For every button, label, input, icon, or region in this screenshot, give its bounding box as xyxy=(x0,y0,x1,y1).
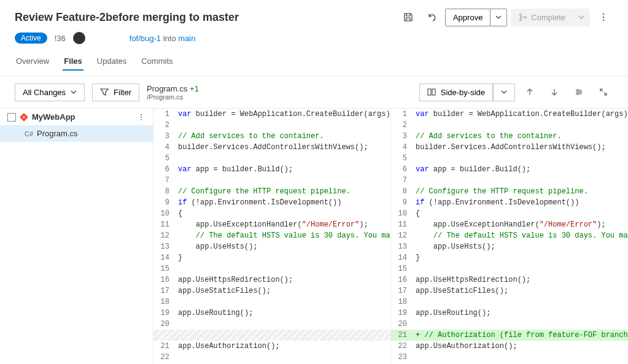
approve-button[interactable]: Approve xyxy=(445,9,490,26)
code-line[interactable]: 13 app.UseHsts(); xyxy=(153,241,390,252)
line-number: 5 xyxy=(391,153,413,164)
settings-button[interactable] xyxy=(569,82,589,102)
complete-dropdown[interactable] xyxy=(573,9,590,26)
code-line[interactable]: 2 xyxy=(391,120,628,131)
view-mode-dropdown[interactable] xyxy=(493,83,515,101)
repo-root[interactable]: MyWebApp xyxy=(0,109,153,125)
code-line[interactable]: 11 app.UseExceptionHandler("/Home/Error"… xyxy=(153,219,390,230)
complete-button[interactable]: Complete xyxy=(511,9,573,26)
tab-updates[interactable]: Updates xyxy=(96,53,128,71)
tab-overview[interactable]: Overview xyxy=(15,53,50,71)
code-line[interactable]: 8// Configure the HTTP request pipeline. xyxy=(153,186,390,197)
more-actions-button[interactable] xyxy=(594,7,613,27)
line-content: builder.Services.AddControllersWithViews… xyxy=(176,142,390,153)
approve-dropdown[interactable] xyxy=(490,9,507,26)
code-line[interactable]: 16app.UseHttpsRedirection(); xyxy=(153,274,390,285)
code-line[interactable]: 22 xyxy=(153,352,390,363)
line-content xyxy=(413,319,628,330)
filter-button[interactable]: Filter xyxy=(92,83,139,101)
line-number: 20 xyxy=(391,319,413,330)
line-number: 15 xyxy=(153,263,176,274)
code-line[interactable]: 6var app = builder.Build(); xyxy=(391,164,628,175)
code-line[interactable]: 21+ // Authorization (file from feature-… xyxy=(391,330,628,341)
undo-icon-button[interactable] xyxy=(422,7,441,27)
code-line[interactable]: 4builder.Services.AddControllersWithView… xyxy=(391,142,628,153)
save-icon-button[interactable] xyxy=(398,7,418,27)
code-line[interactable]: 10{ xyxy=(391,208,628,219)
target-branch-link[interactable]: main xyxy=(178,34,195,43)
line-content xyxy=(176,319,390,330)
code-line[interactable]: 5 xyxy=(391,153,628,164)
code-line[interactable]: 17app.UseStaticFiles(); xyxy=(153,285,390,296)
code-line[interactable]: 9if (!app.Environment.IsDevelopment()) xyxy=(391,197,628,208)
tab-files[interactable]: Files xyxy=(63,53,83,71)
code-line[interactable]: 2 xyxy=(153,120,390,131)
code-line[interactable]: 15 xyxy=(153,263,390,274)
line-number: 4 xyxy=(391,142,413,153)
complete-button-group: Complete xyxy=(511,9,590,26)
code-line[interactable]: 19app.UseRouting(); xyxy=(391,308,628,319)
chevron-down-icon xyxy=(495,14,502,20)
code-line[interactable]: 9if (!app.Environment.IsDevelopment()) xyxy=(153,197,390,208)
code-line[interactable]: 10{ xyxy=(153,208,390,219)
diff-right-pane[interactable]: 1var builder = WebApplication.CreateBuil… xyxy=(391,109,628,364)
code-line[interactable]: 7 xyxy=(391,175,628,186)
code-line[interactable]: 13 app.UseHsts(); xyxy=(391,241,628,252)
line-content: app.UseHttpsRedirection(); xyxy=(413,274,628,285)
approve-button-group: Approve xyxy=(445,9,507,26)
prev-diff-button[interactable] xyxy=(520,82,540,102)
code-line[interactable]: 17app.UseStaticFiles(); xyxy=(391,285,628,296)
line-number: 17 xyxy=(153,285,176,296)
code-line[interactable]: 7 xyxy=(153,175,390,186)
arrow-down-icon xyxy=(550,88,559,96)
code-line[interactable]: 16app.UseHttpsRedirection(); xyxy=(391,274,628,285)
code-line[interactable]: 6var app = builder.Build(); xyxy=(153,164,390,175)
code-line[interactable]: 23 xyxy=(391,352,628,363)
code-line[interactable]: 3// Add services to the container. xyxy=(391,131,628,142)
code-line[interactable]: 11 app.UseExceptionHandler("/Home/Error"… xyxy=(391,219,628,230)
code-line[interactable]: 21app.UseAuthorization(); xyxy=(153,341,390,352)
checkbox[interactable] xyxy=(7,113,16,122)
code-line[interactable]: 3// Add services to the container. xyxy=(153,131,390,142)
all-changes-dropdown[interactable]: All Changes xyxy=(15,83,85,101)
code-line[interactable]: 12 // The default HSTS value is 30 days.… xyxy=(153,230,390,241)
code-line[interactable]: 5 xyxy=(153,153,390,164)
pr-header: Review Feature-2before merging to master… xyxy=(0,0,628,76)
code-line[interactable] xyxy=(153,330,390,341)
status-badge: Active xyxy=(15,33,47,44)
line-number: 10 xyxy=(153,208,176,219)
code-line[interactable]: 14} xyxy=(391,252,628,263)
chevron-down-icon xyxy=(578,14,584,20)
code-line[interactable]: 8// Configure the HTTP request pipeline. xyxy=(391,186,628,197)
code-line[interactable]: 1var builder = WebApplication.CreateBuil… xyxy=(153,109,390,120)
code-line[interactable]: 1var builder = WebApplication.CreateBuil… xyxy=(391,109,628,120)
line-content: // Add services to the container. xyxy=(413,131,628,142)
line-content xyxy=(413,175,628,186)
line-number: 6 xyxy=(391,164,413,175)
settings-icon xyxy=(575,88,583,96)
line-content: if (!app.Environment.IsDevelopment()) xyxy=(176,197,390,208)
code-line[interactable]: 20 xyxy=(391,319,628,330)
source-branch-link[interactable]: fof/bug-1 xyxy=(130,34,161,43)
code-line[interactable]: 4builder.Services.AddControllersWithView… xyxy=(153,142,390,153)
line-content: // Configure the HTTP request pipeline. xyxy=(176,186,390,197)
code-line[interactable]: 20 xyxy=(153,319,390,330)
code-line[interactable]: 19app.UseRouting(); xyxy=(153,308,390,319)
file-tree-item[interactable]: C# Program.cs xyxy=(0,125,153,142)
code-line[interactable]: 14} xyxy=(153,252,390,263)
tab-commits[interactable]: Commits xyxy=(140,53,174,71)
code-line[interactable]: 15 xyxy=(391,263,628,274)
fullscreen-button[interactable] xyxy=(594,82,613,102)
code-line[interactable]: 18 xyxy=(391,296,628,308)
diff-left-pane[interactable]: 1var builder = WebApplication.CreateBuil… xyxy=(153,109,391,364)
more-vertical-icon[interactable] xyxy=(137,113,145,122)
code-line[interactable]: 12 // The default HSTS value is 30 days.… xyxy=(391,230,628,241)
line-number: 12 xyxy=(153,230,176,241)
line-content: app.UseHsts(); xyxy=(413,241,628,252)
view-mode-button[interactable]: Side-by-side xyxy=(419,83,493,101)
line-content: // The default HSTS value is 30 days. Yo… xyxy=(413,230,628,241)
code-line[interactable]: 22app.UseAuthorization(); xyxy=(391,341,628,352)
next-diff-button[interactable] xyxy=(545,82,564,102)
svg-point-9 xyxy=(580,91,581,93)
code-line[interactable]: 18 xyxy=(153,296,390,308)
